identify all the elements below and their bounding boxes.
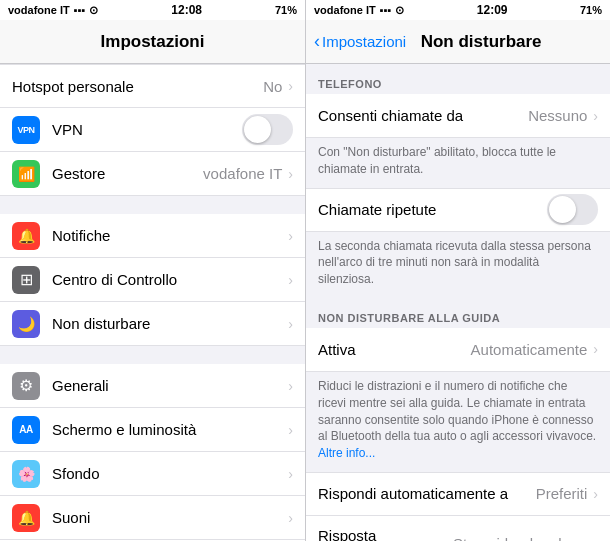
generali-chevron: › [288, 378, 293, 394]
suoni-chevron: › [288, 510, 293, 526]
rispondi-auto-chevron: › [593, 486, 598, 502]
settings-row-centro[interactable]: ⊞ Centro di Controllo › [0, 258, 305, 302]
right-nav-bar: ‹ Impostazioni Non disturbare [306, 20, 610, 64]
right-panel: vodafone IT ▪▪▪ ⊙ 12:09 71% ‹ Impostazio… [305, 0, 610, 541]
centro-chevron: › [288, 272, 293, 288]
sfondo-label: Sfondo [52, 465, 288, 482]
chiamate-ripetute-knob [549, 196, 576, 223]
right-section-guida: NON DISTURBARE ALLA GUIDA Attiva Automat… [306, 298, 610, 472]
gestore-icon: 📶 [12, 160, 40, 188]
guida-description: Riduci le distrazioni e il numero di not… [306, 372, 610, 472]
gestore-chevron: › [288, 166, 293, 182]
vpn-icon: VPN [12, 116, 40, 144]
left-status-right: 71% [275, 4, 297, 16]
generali-icon: ⚙ [12, 372, 40, 400]
notifiche-label: Notifiche [52, 227, 288, 244]
right-content: TELEFONO Consenti chiamate da Nessuno › … [306, 64, 610, 541]
sfondo-chevron: › [288, 466, 293, 482]
notifiche-chevron: › [288, 228, 293, 244]
back-label: Impostazioni [322, 33, 406, 50]
right-status-right: 71% [580, 4, 602, 16]
telefono-header: TELEFONO [306, 64, 610, 94]
section-gap-1 [0, 196, 305, 214]
suoni-icon: 🔔 [12, 504, 40, 532]
right-carrier: vodafone IT [314, 4, 376, 16]
gestore-value: vodafone IT [203, 165, 282, 182]
consenti-chevron: › [593, 108, 598, 124]
notifiche-icon: 🔔 [12, 222, 40, 250]
right-status-left: vodafone IT ▪▪▪ ⊙ [314, 4, 404, 17]
settings-row-sfondo[interactable]: 🌸 Sfondo › [0, 452, 305, 496]
hotspot-label: Hotspot personale [12, 78, 263, 95]
left-status-bar: vodafone IT ▪▪▪ ⊙ 12:08 71% [0, 0, 305, 20]
chiamate-ripetute-toggle[interactable] [547, 194, 598, 225]
left-wifi-icon: ⊙ [89, 4, 98, 17]
schermo-icon: AA [12, 416, 40, 444]
schermo-chevron: › [288, 422, 293, 438]
right-row-attiva[interactable]: Attiva Automaticamente › [306, 328, 610, 372]
left-settings-list: Hotspot personale No › VPN VPN 📶 Gestore… [0, 64, 305, 541]
risposta-auto-label: Risposta automatica [318, 516, 453, 541]
left-time: 12:08 [171, 3, 202, 17]
risposta-auto-chevron: › [593, 536, 598, 541]
right-section-chiamate: Chiamate ripetute La seconda chiamata ri… [306, 188, 610, 298]
non-disturbare-label: Non disturbare [52, 315, 288, 332]
rispondi-auto-value: Preferiti [536, 485, 588, 502]
right-section-rispondi: Rispondi automaticamente a Preferiti › R… [306, 472, 610, 541]
right-row-chiamate-ripetute[interactable]: Chiamate ripetute [306, 188, 610, 232]
attiva-value: Automaticamente [471, 341, 588, 358]
right-status-bar: vodafone IT ▪▪▪ ⊙ 12:09 71% [306, 0, 610, 20]
risposta-auto-value: Sto guidando e ho... [453, 535, 587, 541]
vpn-toggle[interactable] [242, 114, 293, 145]
settings-row-schermo[interactable]: AA Schermo e luminosità › [0, 408, 305, 452]
vpn-label: VPN [52, 121, 242, 138]
schermo-label: Schermo e luminosità [52, 421, 288, 438]
left-nav-title: Impostazioni [101, 32, 205, 52]
settings-row-suoni[interactable]: 🔔 Suoni › [0, 496, 305, 540]
left-status-left: vodafone IT ▪▪▪ ⊙ [8, 4, 98, 17]
left-panel: vodafone IT ▪▪▪ ⊙ 12:08 71% Impostazioni… [0, 0, 305, 541]
settings-row-gestore[interactable]: 📶 Gestore vodafone IT › [0, 152, 305, 196]
left-nav-bar: Impostazioni [0, 20, 305, 64]
generali-label: Generali [52, 377, 288, 394]
gestore-label: Gestore [52, 165, 203, 182]
right-battery: 71% [580, 4, 602, 16]
settings-row-vpn[interactable]: VPN VPN [0, 108, 305, 152]
hotspot-value: No [263, 78, 282, 95]
centro-icon: ⊞ [12, 266, 40, 294]
right-signal-icon: ▪▪▪ [380, 4, 392, 16]
consenti-description: Con "Non disturbare" abilitato, blocca t… [306, 138, 610, 188]
suoni-label: Suoni [52, 509, 288, 526]
hotspot-chevron: › [288, 78, 293, 94]
non-disturbare-icon: 🌙 [12, 310, 40, 338]
right-row-consenti[interactable]: Consenti chiamate da Nessuno › [306, 94, 610, 138]
right-row-risposta-auto[interactable]: Risposta automatica Sto guidando e ho...… [306, 516, 610, 541]
centro-label: Centro di Controllo [52, 271, 288, 288]
sfondo-icon: 🌸 [12, 460, 40, 488]
attiva-label: Attiva [318, 330, 471, 369]
non-disturbare-chevron: › [288, 316, 293, 332]
right-time: 12:09 [477, 3, 508, 17]
left-battery: 71% [275, 4, 297, 16]
altre-info-link[interactable]: Altre info... [318, 446, 375, 460]
vpn-toggle-knob [244, 116, 271, 143]
section-gap-2 [0, 346, 305, 364]
settings-row-generali[interactable]: ⚙ Generali › [0, 364, 305, 408]
chiamate-ripetute-label: Chiamate ripetute [318, 190, 547, 229]
rispondi-auto-label: Rispondi automaticamente a [318, 474, 536, 513]
consenti-label: Consenti chiamate da [318, 96, 528, 135]
settings-row-notifiche[interactable]: 🔔 Notifiche › [0, 214, 305, 258]
consenti-value: Nessuno [528, 107, 587, 124]
attiva-chevron: › [593, 341, 598, 357]
settings-row-non-disturbare[interactable]: 🌙 Non disturbare › [0, 302, 305, 346]
guida-header: NON DISTURBARE ALLA GUIDA [306, 298, 610, 328]
left-carrier: vodafone IT [8, 4, 70, 16]
settings-row-hotspot[interactable]: Hotspot personale No › [0, 64, 305, 108]
back-button[interactable]: ‹ Impostazioni [314, 31, 406, 52]
back-chevron-icon: ‹ [314, 31, 320, 52]
right-section-telefono: TELEFONO Consenti chiamate da Nessuno › … [306, 64, 610, 188]
left-signal-icon: ▪▪▪ [74, 4, 86, 16]
right-nav-title: Non disturbare [410, 32, 552, 52]
right-wifi-icon: ⊙ [395, 4, 404, 17]
right-row-rispondi-auto[interactable]: Rispondi automaticamente a Preferiti › [306, 472, 610, 516]
